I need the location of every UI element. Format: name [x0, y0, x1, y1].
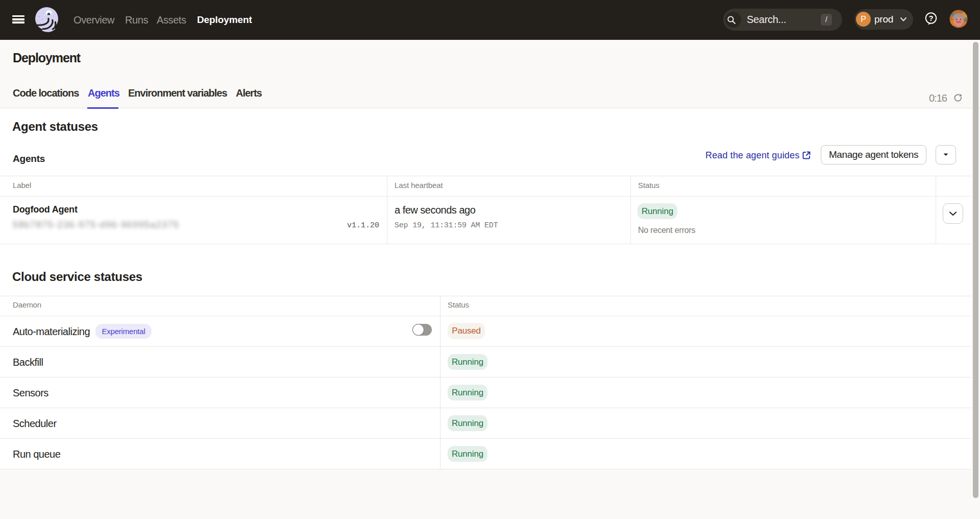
svg-text:?: ?: [928, 14, 933, 22]
